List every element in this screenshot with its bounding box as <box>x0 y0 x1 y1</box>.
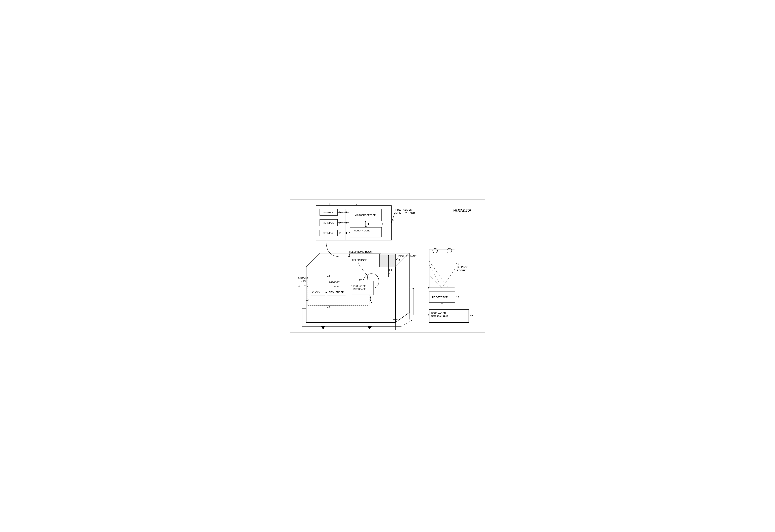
svg-line-69 <box>429 261 449 289</box>
terminal2-label: TERMINAL <box>323 222 334 224</box>
info-retrieval-label-line2: RETRIEVAL UNIT <box>431 315 448 317</box>
display-timer-label-line2: TIMER <box>298 279 306 282</box>
svg-line-39 <box>359 265 367 275</box>
svg-line-88 <box>401 319 413 326</box>
exchange-interface-label-line2: INTERFACE <box>354 288 366 290</box>
till-label: TILL <box>388 269 393 272</box>
microprocessor-label: MICROPROCESSOR <box>355 214 376 216</box>
ref15: 15 <box>456 263 459 266</box>
ref12: 12 <box>327 274 330 277</box>
ref9: 9 <box>382 223 383 226</box>
svg-rect-28 <box>350 227 382 237</box>
projector-label: PROJECTOR <box>432 296 448 299</box>
ref6: 6 <box>392 219 393 222</box>
info-retrieval-label-line1: INFORMATION <box>431 312 446 314</box>
sequencer-label: SEQUENCER <box>329 291 344 294</box>
terminal1-label: TERMINAL <box>323 211 334 214</box>
display-board-label-line2: BOARD <box>457 269 466 272</box>
terminal3-label: TERMINAL <box>323 232 334 234</box>
display-timer-label-line1: DISPLAY <box>298 276 308 279</box>
memory-zone-label: MEMORY ZONE <box>354 229 370 232</box>
amended-label: (AMENDED) <box>453 209 471 212</box>
svg-marker-41 <box>380 254 395 267</box>
prepayment-label-line2: MEMORY CARD <box>395 212 415 215</box>
display-board-label-line1: DISPLAY <box>457 266 468 269</box>
ref17: 17 <box>470 315 473 318</box>
display-panel-label: DISPLAY PANEL <box>398 255 418 258</box>
ref13: 13 <box>327 305 330 308</box>
svg-line-47 <box>303 285 308 287</box>
main-diagram: (AMENDED) 8 7 PRE-PAYMENT MEMORY CARD 6 … <box>290 200 485 332</box>
exchange-interface-label-line1: EXCHANGE <box>354 285 366 287</box>
ref4: 4 <box>298 284 300 287</box>
telephone-booth-label: TELEPHONE BOOTH <box>349 250 374 253</box>
svg-rect-66 <box>429 249 455 288</box>
clock-label: CLOCK <box>312 291 320 294</box>
svg-marker-92 <box>368 326 372 329</box>
ref8: 8 <box>329 202 330 205</box>
ref2: 2 <box>358 262 359 265</box>
svg-marker-58 <box>334 286 336 287</box>
svg-marker-91 <box>321 326 325 329</box>
ref16: 16 <box>456 296 459 299</box>
ref10: 10 <box>359 278 361 281</box>
telephone-label: TELEPHONE <box>352 259 368 262</box>
svg-marker-43 <box>395 259 397 260</box>
svg-marker-60 <box>337 286 339 287</box>
diagram-page: (AMENDED) 8 7 PRE-PAYMENT MEMORY CARD 6 … <box>290 199 485 333</box>
svg-line-71 <box>429 265 442 288</box>
ref5: 5 <box>388 272 390 275</box>
ref7: 7 <box>356 202 357 205</box>
prepayment-label-line1: PRE-PAYMENT <box>395 208 414 211</box>
memory-label: MEMORY <box>329 281 340 284</box>
svg-line-70 <box>429 275 442 288</box>
svg-line-62 <box>363 274 367 281</box>
ref14: 14 <box>306 298 309 301</box>
ref11: 11 <box>366 223 369 226</box>
svg-line-72 <box>442 269 455 288</box>
ref3: 3 <box>398 258 400 261</box>
